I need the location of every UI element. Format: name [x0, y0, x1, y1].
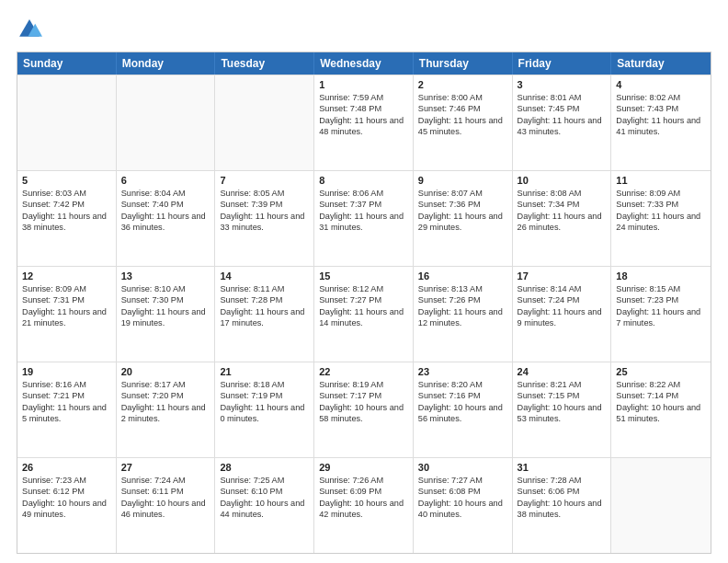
sunrise-text: Sunrise: 8:17 AM — [121, 379, 210, 390]
sunset-text: Sunset: 7:24 PM — [518, 294, 607, 305]
sunrise-text: Sunrise: 7:23 AM — [22, 475, 111, 486]
day-number: 3 — [518, 79, 607, 90]
day-number: 9 — [418, 175, 507, 186]
sunrise-text: Sunrise: 8:13 AM — [418, 283, 507, 294]
day-number: 15 — [319, 270, 408, 282]
day-cell-23: 23Sunrise: 8:20 AMSunset: 7:16 PMDayligh… — [414, 362, 513, 457]
day-cell-10: 10Sunrise: 8:08 AMSunset: 7:34 PMDayligh… — [513, 171, 612, 266]
logo-icon — [17, 17, 42, 42]
day-number: 7 — [220, 175, 309, 186]
day-cell-18: 18Sunrise: 8:15 AMSunset: 7:23 PMDayligh… — [611, 267, 711, 362]
sunset-text: Sunset: 7:42 PM — [22, 199, 111, 210]
day-cell-5: 5Sunrise: 8:03 AMSunset: 7:42 PMDaylight… — [17, 171, 117, 266]
daylight-text: Daylight: 11 hours and 41 minutes. — [616, 115, 706, 138]
header-day-sunday: Sunday — [17, 52, 117, 75]
day-cell-28: 28Sunrise: 7:25 AMSunset: 6:10 PMDayligh… — [215, 458, 314, 553]
daylight-text: Daylight: 11 hours and 14 minutes. — [319, 306, 408, 329]
sunrise-text: Sunrise: 8:15 AM — [616, 283, 706, 294]
week-row-5: 26Sunrise: 7:23 AMSunset: 6:12 PMDayligh… — [17, 457, 711, 553]
day-number: 25 — [616, 366, 706, 377]
sunset-text: Sunset: 7:17 PM — [319, 390, 408, 401]
day-cell-4: 4Sunrise: 8:02 AMSunset: 7:43 PMDaylight… — [611, 75, 711, 170]
sunset-text: Sunset: 7:15 PM — [518, 390, 607, 401]
day-number: 2 — [418, 79, 507, 90]
day-cell-7: 7Sunrise: 8:05 AMSunset: 7:39 PMDaylight… — [215, 171, 314, 266]
day-number: 31 — [518, 462, 607, 473]
day-number: 13 — [121, 270, 210, 282]
day-number: 5 — [22, 175, 111, 186]
sunrise-text: Sunrise: 8:08 AM — [518, 188, 607, 199]
sunrise-text: Sunrise: 7:28 AM — [518, 475, 607, 486]
sunrise-text: Sunrise: 8:03 AM — [22, 188, 111, 199]
daylight-text: Daylight: 10 hours and 44 minutes. — [220, 498, 309, 521]
sunset-text: Sunset: 7:43 PM — [616, 103, 706, 114]
sunrise-text: Sunrise: 8:14 AM — [518, 283, 607, 294]
day-cell-30: 30Sunrise: 7:27 AMSunset: 6:08 PMDayligh… — [414, 458, 513, 553]
sunset-text: Sunset: 7:46 PM — [418, 103, 507, 114]
daylight-text: Daylight: 11 hours and 36 minutes. — [121, 211, 210, 234]
sunset-text: Sunset: 7:30 PM — [121, 294, 210, 305]
sunset-text: Sunset: 7:14 PM — [616, 390, 706, 401]
daylight-text: Daylight: 11 hours and 45 minutes. — [418, 115, 507, 138]
sunset-text: Sunset: 7:45 PM — [518, 103, 607, 114]
sunrise-text: Sunrise: 8:04 AM — [121, 188, 210, 199]
day-number: 1 — [319, 79, 408, 90]
sunset-text: Sunset: 7:33 PM — [616, 199, 706, 210]
day-number: 28 — [220, 462, 309, 473]
sunrise-text: Sunrise: 8:01 AM — [518, 92, 607, 103]
day-number: 17 — [518, 270, 607, 282]
daylight-text: Daylight: 11 hours and 43 minutes. — [518, 115, 607, 138]
daylight-text: Daylight: 11 hours and 9 minutes. — [518, 306, 607, 329]
sunset-text: Sunset: 7:19 PM — [220, 390, 309, 401]
daylight-text: Daylight: 10 hours and 56 minutes. — [418, 402, 507, 425]
sunrise-text: Sunrise: 8:10 AM — [121, 283, 210, 294]
daylight-text: Daylight: 11 hours and 12 minutes. — [418, 306, 507, 329]
sunrise-text: Sunrise: 8:22 AM — [616, 379, 706, 390]
daylight-text: Daylight: 10 hours and 49 minutes. — [22, 498, 111, 521]
daylight-text: Daylight: 10 hours and 58 minutes. — [319, 402, 408, 425]
sunset-text: Sunset: 7:28 PM — [220, 294, 309, 305]
sunset-text: Sunset: 6:08 PM — [418, 486, 507, 497]
sunrise-text: Sunrise: 8:07 AM — [418, 188, 507, 199]
sunset-text: Sunset: 7:23 PM — [616, 294, 706, 305]
day-cell-29: 29Sunrise: 7:26 AMSunset: 6:09 PMDayligh… — [314, 458, 414, 553]
daylight-text: Daylight: 11 hours and 19 minutes. — [121, 306, 210, 329]
calendar: SundayMondayTuesdayWednesdayThursdayFrid… — [17, 52, 711, 554]
day-cell-3: 3Sunrise: 8:01 AMSunset: 7:45 PMDaylight… — [513, 75, 612, 170]
sunset-text: Sunset: 6:10 PM — [220, 486, 309, 497]
sunrise-text: Sunrise: 8:06 AM — [319, 188, 408, 199]
daylight-text: Daylight: 10 hours and 40 minutes. — [418, 498, 507, 521]
sunrise-text: Sunrise: 8:12 AM — [319, 283, 408, 294]
calendar-body: 1Sunrise: 7:59 AMSunset: 7:48 PMDaylight… — [17, 75, 711, 553]
empty-cell — [17, 75, 117, 170]
daylight-text: Daylight: 11 hours and 31 minutes. — [319, 211, 408, 234]
day-cell-9: 9Sunrise: 8:07 AMSunset: 7:36 PMDaylight… — [414, 171, 513, 266]
day-cell-25: 25Sunrise: 8:22 AMSunset: 7:14 PMDayligh… — [611, 362, 711, 457]
day-number: 29 — [319, 462, 408, 473]
header-day-tuesday: Tuesday — [215, 52, 314, 75]
day-number: 14 — [220, 270, 309, 282]
day-number: 24 — [518, 366, 607, 377]
header-day-wednesday: Wednesday — [314, 52, 414, 75]
daylight-text: Daylight: 10 hours and 53 minutes. — [518, 402, 607, 425]
day-cell-13: 13Sunrise: 8:10 AMSunset: 7:30 PMDayligh… — [117, 267, 216, 362]
day-number: 18 — [616, 270, 706, 282]
daylight-text: Daylight: 11 hours and 2 minutes. — [121, 402, 210, 425]
day-number: 11 — [616, 175, 706, 186]
day-cell-14: 14Sunrise: 8:11 AMSunset: 7:28 PMDayligh… — [215, 267, 314, 362]
day-number: 30 — [418, 462, 507, 473]
sunrise-text: Sunrise: 8:19 AM — [319, 379, 408, 390]
sunset-text: Sunset: 7:37 PM — [319, 199, 408, 210]
sunset-text: Sunset: 6:11 PM — [121, 486, 210, 497]
daylight-text: Daylight: 11 hours and 48 minutes. — [319, 115, 408, 138]
sunrise-text: Sunrise: 8:18 AM — [220, 379, 309, 390]
sunset-text: Sunset: 7:34 PM — [518, 199, 607, 210]
daylight-text: Daylight: 11 hours and 29 minutes. — [418, 211, 507, 234]
day-cell-8: 8Sunrise: 8:06 AMSunset: 7:37 PMDaylight… — [314, 171, 414, 266]
header-day-friday: Friday — [513, 52, 612, 75]
sunset-text: Sunset: 7:26 PM — [418, 294, 507, 305]
day-cell-17: 17Sunrise: 8:14 AMSunset: 7:24 PMDayligh… — [513, 267, 612, 362]
day-number: 20 — [121, 366, 210, 377]
day-cell-2: 2Sunrise: 8:00 AMSunset: 7:46 PMDaylight… — [414, 75, 513, 170]
sunset-text: Sunset: 7:16 PM — [418, 390, 507, 401]
